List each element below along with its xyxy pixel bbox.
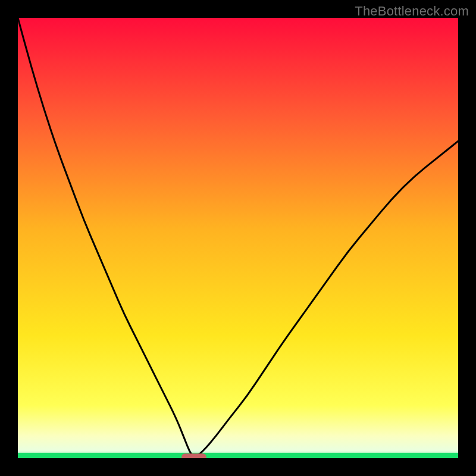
green-baseline-band [18,453,458,458]
minimum-marker [182,454,206,458]
gradient-background [18,18,458,458]
chart-frame [18,18,458,458]
watermark-text: TheBottleneck.com [355,4,469,19]
bottleneck-chart [18,18,458,458]
